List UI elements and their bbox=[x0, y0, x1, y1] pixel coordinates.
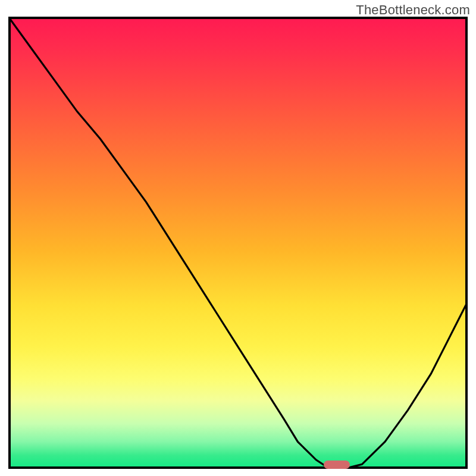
plot-area bbox=[8, 17, 468, 469]
watermark-text: TheBottleneck.com bbox=[356, 2, 470, 18]
curve-path bbox=[8, 17, 468, 469]
bottleneck-curve bbox=[8, 17, 468, 469]
optimum-marker bbox=[324, 461, 349, 469]
chart-container: TheBottleneck.com bbox=[0, 0, 476, 476]
